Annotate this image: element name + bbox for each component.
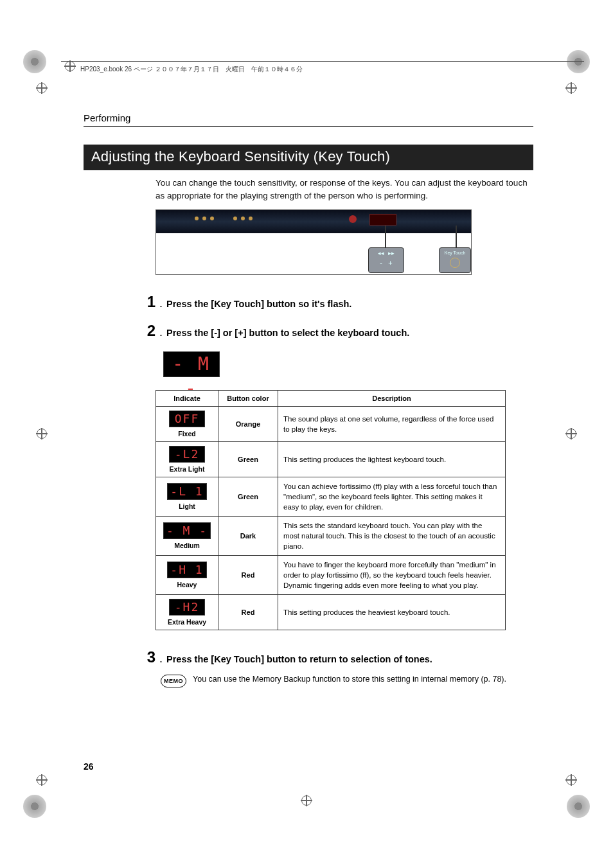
table-row: -L2Extra Light Green This setting produc… <box>156 441 506 477</box>
step-number-1: 1 <box>135 294 155 310</box>
indicate-label: Medium <box>161 542 213 549</box>
indicate-label: Heavy <box>161 581 213 589</box>
step-2-text: Press the [-] or [+] button to select th… <box>166 326 533 339</box>
registration-corner <box>567 795 590 818</box>
intro-paragraph: You can change the touch sensitivity, or… <box>155 177 533 202</box>
th-description: Description <box>278 390 506 406</box>
description: This setting produces the lightest keybo… <box>278 441 506 477</box>
step-dot: . <box>159 325 163 340</box>
step-number-2: 2 <box>135 323 155 339</box>
registration-cross <box>36 774 48 786</box>
memo-text: You can use the Memory Backup function t… <box>193 673 533 686</box>
lcd-display: - M - <box>163 351 220 377</box>
indicate-label: Light <box>161 502 213 510</box>
registration-cross <box>565 428 577 439</box>
description: This setting produces the heaviest keybo… <box>278 595 506 630</box>
table-row: -H2Extra Heavy Red This setting produces… <box>156 595 506 630</box>
button-color: Orange <box>218 406 278 441</box>
header-rule <box>61 61 584 62</box>
indicate-display: -H 1 <box>167 562 206 578</box>
button-color: Green <box>218 441 278 477</box>
indicate-display: OFF <box>169 411 205 427</box>
plus-icon: + <box>388 259 392 267</box>
next-icon: ▸▸ <box>388 250 395 256</box>
description: This sets the standard keyboard touch. Y… <box>278 516 506 555</box>
step-dot: . <box>159 651 163 666</box>
indicate-display: -L2 <box>169 446 205 463</box>
callout-keytouch: Key Touch <box>439 247 471 273</box>
registration-cross <box>301 795 312 806</box>
page-number: 26 <box>84 761 94 772</box>
indicate-display: - M - <box>163 522 211 539</box>
table-row: OFFFixed Orange The sound plays at one s… <box>156 406 506 441</box>
button-color: Green <box>218 477 278 516</box>
button-color: Red <box>218 556 278 595</box>
table-row: -H 1Heavy Red You have to finger the key… <box>156 556 506 595</box>
callout-plusminus: ◂◂ ▸▸ - + <box>368 247 404 273</box>
registration-corner <box>567 50 590 73</box>
minus-icon: - <box>380 259 382 267</box>
header-booktext: HP203_e.book 26 ページ ２００７年７月１７日 火曜日 午前１０時… <box>80 65 303 74</box>
registration-corner <box>23 50 46 73</box>
description: You have to finger the keyboard more for… <box>278 556 506 595</box>
registration-cross <box>36 428 48 439</box>
description: The sound plays at one set volume, regar… <box>278 406 506 441</box>
step-1-text: Press the [Key Touch] button so it's fla… <box>166 297 533 310</box>
th-button-color: Button color <box>218 390 278 406</box>
section-title: Adjusting the Keyboard Sensitivity (Key … <box>84 145 533 170</box>
step-number-3: 3 <box>135 650 155 665</box>
indicate-label: Fixed <box>161 430 213 438</box>
prev-icon: ◂◂ <box>378 250 384 256</box>
registration-cross <box>565 82 577 94</box>
button-color: Red <box>218 595 278 630</box>
indicate-label: Extra Light <box>161 465 213 473</box>
table-header-row: Indicate Button color Description <box>156 390 506 406</box>
step-dot: . <box>159 296 163 311</box>
table-row: -L 1Light Green You can achieve fortissi… <box>156 477 506 516</box>
step-3-text: Press the [Key Touch] button to return t… <box>166 653 533 666</box>
registration-corner <box>23 795 46 818</box>
registration-cross <box>565 774 577 786</box>
registration-cross <box>64 60 76 72</box>
indicate-display: -H2 <box>169 599 205 616</box>
description: You can achieve fortissimo (ff) play wit… <box>278 477 506 516</box>
indicate-display: -L 1 <box>167 483 206 500</box>
table-row: - M -Medium Dark This sets the standard … <box>156 516 506 555</box>
keyboard-panel-illustration: ◂◂ ▸▸ - + Key Touch <box>155 209 472 275</box>
indicate-label: Extra Heavy <box>161 618 213 626</box>
button-color: Dark <box>218 516 278 555</box>
memo-badge: MEMO <box>161 675 186 687</box>
key-touch-label: Key Touch <box>440 251 470 255</box>
running-head: Performing <box>84 112 533 127</box>
keytouch-table: Indicate Button color Description OFFFix… <box>155 390 506 630</box>
registration-cross <box>36 82 48 94</box>
